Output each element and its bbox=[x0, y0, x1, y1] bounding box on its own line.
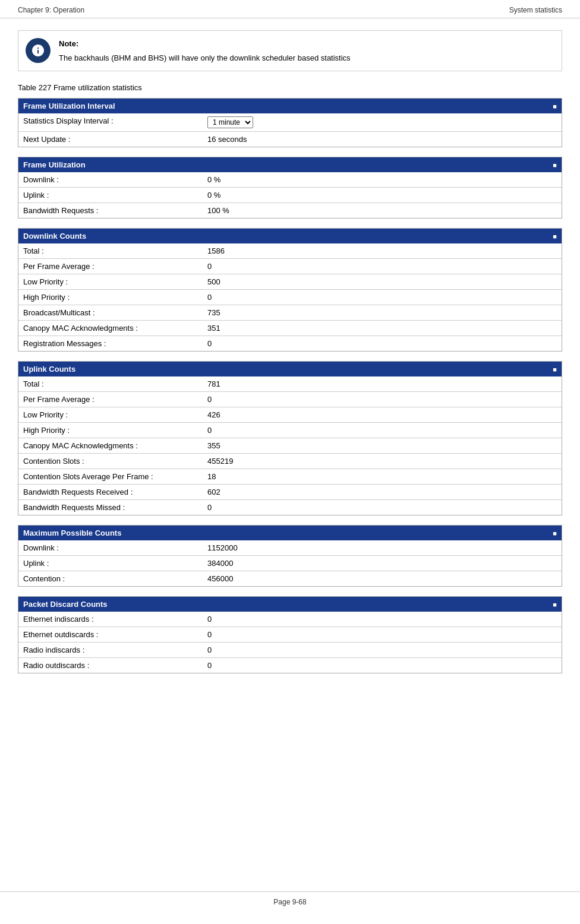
data-label-5-0: Ethernet indiscards : bbox=[18, 612, 203, 626]
data-label-5-1: Ethernet outdiscards : bbox=[18, 627, 203, 642]
data-label-5-3: Radio outdiscards : bbox=[18, 658, 203, 673]
data-label-2-6: Registration Messages : bbox=[18, 336, 203, 351]
data-label-0-0: Statistics Display Interval : bbox=[18, 113, 203, 131]
note-body: The backhauls (BHM and BHS) will have on… bbox=[59, 53, 351, 62]
data-row-3-1: Per Frame Average :0 bbox=[18, 392, 562, 407]
main-content: Note: The backhauls (BHM and BHS) will h… bbox=[0, 18, 580, 719]
data-label-2-5: Canopy MAC Acknowledgments : bbox=[18, 321, 203, 336]
data-row-1-2: Bandwidth Requests :100 % bbox=[18, 203, 562, 218]
data-label-2-4: Broadcast/Multicast : bbox=[18, 305, 203, 320]
section-collapse-icon-5[interactable]: ■ bbox=[553, 601, 557, 608]
table-title-normal: Frame utilization statistics bbox=[51, 83, 141, 92]
data-row-1-1: Uplink :0 % bbox=[18, 188, 562, 203]
section-title-1: Frame Utilization bbox=[23, 160, 86, 169]
data-value-3-4: 355 bbox=[203, 438, 562, 453]
data-row-0-0: Statistics Display Interval :1 minute bbox=[18, 113, 562, 132]
data-row-4-2: Contention :456000 bbox=[18, 571, 562, 586]
section-title-3: Uplink Counts bbox=[23, 365, 75, 374]
note-icon bbox=[26, 38, 51, 63]
data-value-2-0: 1586 bbox=[203, 243, 562, 258]
section-title-0: Frame Utilization Interval bbox=[23, 102, 115, 110]
data-value-3-3: 0 bbox=[203, 423, 562, 438]
data-row-4-0: Downlink :1152000 bbox=[18, 540, 562, 556]
section-collapse-icon-0[interactable]: ■ bbox=[553, 103, 557, 110]
section-3: Uplink Counts■Total :781Per Frame Averag… bbox=[18, 361, 562, 515]
data-label-3-4: Canopy MAC Acknowledgments : bbox=[18, 438, 203, 453]
chapter-label: Chapter 9: Operation bbox=[18, 6, 84, 14]
data-label-2-0: Total : bbox=[18, 243, 203, 258]
data-value-2-1: 0 bbox=[203, 259, 562, 274]
section-collapse-icon-3[interactable]: ■ bbox=[553, 366, 557, 373]
data-value-3-1: 0 bbox=[203, 392, 562, 407]
data-label-3-6: Contention Slots Average Per Frame : bbox=[18, 469, 203, 484]
select-0-0[interactable]: 1 minute bbox=[207, 116, 253, 128]
data-value-5-3: 0 bbox=[203, 658, 562, 673]
note-text: Note: The backhauls (BHM and BHS) will h… bbox=[59, 38, 351, 64]
data-label-3-2: Low Priority : bbox=[18, 407, 203, 422]
data-row-5-3: Radio outdiscards :0 bbox=[18, 658, 562, 673]
data-value-3-2: 426 bbox=[203, 407, 562, 422]
data-label-1-2: Bandwidth Requests : bbox=[18, 203, 203, 218]
data-value-3-6: 18 bbox=[203, 469, 562, 484]
data-row-2-1: Per Frame Average :0 bbox=[18, 259, 562, 274]
data-label-1-1: Uplink : bbox=[18, 188, 203, 202]
data-value-0-1: 16 seconds bbox=[203, 132, 562, 147]
section-2: Downlink Counts■Total :1586Per Frame Ave… bbox=[18, 228, 562, 352]
section-title-4: Maximum Possible Counts bbox=[23, 529, 121, 537]
data-row-3-6: Contention Slots Average Per Frame :18 bbox=[18, 469, 562, 485]
data-label-2-3: High Priority : bbox=[18, 290, 203, 305]
data-label-0-1: Next Update : bbox=[18, 132, 203, 147]
data-value-2-2: 500 bbox=[203, 274, 562, 289]
data-value-4-1: 384000 bbox=[203, 556, 562, 571]
data-row-0-1: Next Update :16 seconds bbox=[18, 132, 562, 147]
note-title: Note: bbox=[59, 38, 351, 50]
data-value-1-2: 100 % bbox=[203, 203, 562, 218]
table-title: Table 227 Frame utilization statistics bbox=[18, 83, 562, 92]
data-row-2-6: Registration Messages :0 bbox=[18, 336, 562, 351]
section-header-4: Maximum Possible Counts■ bbox=[18, 526, 562, 540]
data-row-2-0: Total :1586 bbox=[18, 243, 562, 259]
section-5: Packet Discard Counts■Ethernet indiscard… bbox=[18, 596, 562, 673]
data-row-4-1: Uplink :384000 bbox=[18, 556, 562, 571]
data-value-1-0: 0 % bbox=[203, 172, 562, 187]
data-row-2-4: Broadcast/Multicast :735 bbox=[18, 305, 562, 321]
info-icon bbox=[31, 43, 45, 58]
data-label-3-3: High Priority : bbox=[18, 423, 203, 438]
data-label-3-7: Bandwidth Requests Received : bbox=[18, 485, 203, 499]
data-value-2-3: 0 bbox=[203, 290, 562, 305]
data-row-5-1: Ethernet outdiscards :0 bbox=[18, 627, 562, 643]
page-header: Chapter 9: Operation System statistics bbox=[0, 0, 580, 18]
section-header-3: Uplink Counts■ bbox=[18, 362, 562, 376]
data-value-3-7: 602 bbox=[203, 485, 562, 499]
data-value-2-5: 351 bbox=[203, 321, 562, 336]
data-label-5-2: Radio indiscards : bbox=[18, 643, 203, 657]
data-row-1-0: Downlink :0 % bbox=[18, 172, 562, 188]
section-header-2: Downlink Counts■ bbox=[18, 229, 562, 243]
section-collapse-icon-1[interactable]: ■ bbox=[553, 162, 557, 169]
data-row-2-2: Low Priority :500 bbox=[18, 274, 562, 290]
data-value-0-0[interactable]: 1 minute bbox=[203, 113, 562, 131]
data-label-4-2: Contention : bbox=[18, 571, 203, 586]
section-collapse-icon-4[interactable]: ■ bbox=[553, 530, 557, 537]
data-label-3-5: Contention Slots : bbox=[18, 454, 203, 469]
data-label-2-1: Per Frame Average : bbox=[18, 259, 203, 274]
data-row-3-0: Total :781 bbox=[18, 376, 562, 392]
data-value-4-0: 1152000 bbox=[203, 540, 562, 555]
section-title-5: Packet Discard Counts bbox=[23, 600, 108, 609]
section-collapse-icon-2[interactable]: ■ bbox=[553, 233, 557, 240]
data-value-5-2: 0 bbox=[203, 643, 562, 657]
data-row-3-2: Low Priority :426 bbox=[18, 407, 562, 423]
data-value-3-0: 781 bbox=[203, 376, 562, 391]
section-label: System statistics bbox=[509, 6, 562, 14]
data-label-3-8: Bandwidth Requests Missed : bbox=[18, 500, 203, 515]
data-label-3-1: Per Frame Average : bbox=[18, 392, 203, 407]
data-value-3-8: 0 bbox=[203, 500, 562, 515]
data-label-4-1: Uplink : bbox=[18, 556, 203, 571]
data-value-5-1: 0 bbox=[203, 627, 562, 642]
note-box: Note: The backhauls (BHM and BHS) will h… bbox=[18, 30, 562, 71]
data-value-3-5: 455219 bbox=[203, 454, 562, 469]
data-row-3-3: High Priority :0 bbox=[18, 423, 562, 438]
sections-container: Frame Utilization Interval■Statistics Di… bbox=[18, 98, 562, 673]
data-row-3-4: Canopy MAC Acknowledgments :355 bbox=[18, 438, 562, 454]
data-row-3-7: Bandwidth Requests Received :602 bbox=[18, 485, 562, 500]
